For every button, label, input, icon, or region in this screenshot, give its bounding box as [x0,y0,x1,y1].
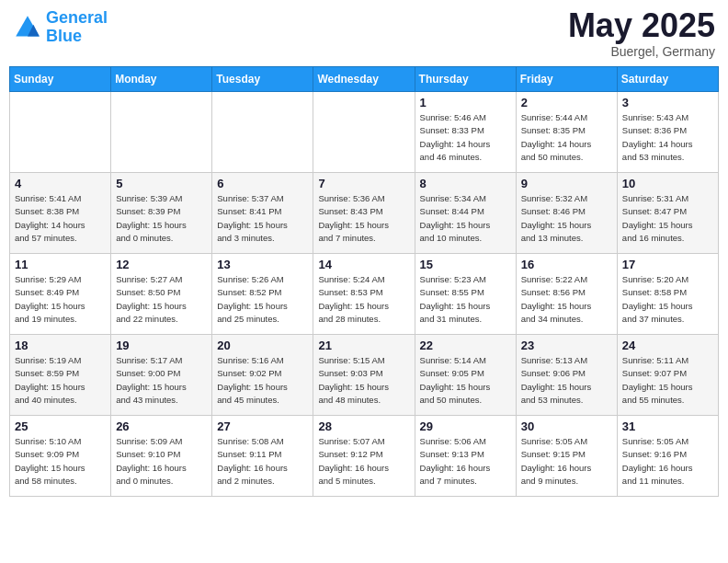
calendar-week-1: 1Sunrise: 5:46 AM Sunset: 8:33 PM Daylig… [10,92,719,173]
day-number: 25 [15,419,106,433]
day-number: 23 [521,339,612,352]
calendar-cell: 29Sunrise: 5:06 AM Sunset: 9:13 PM Dayli… [415,416,516,497]
day-number: 30 [521,419,612,433]
calendar-cell: 17Sunrise: 5:20 AM Sunset: 8:58 PM Dayli… [617,254,718,335]
day-number: 5 [116,177,207,190]
day-number: 15 [420,258,511,271]
day-number: 18 [15,339,106,352]
calendar-cell: 28Sunrise: 5:07 AM Sunset: 9:12 PM Dayli… [313,416,415,497]
day-number: 16 [521,258,612,271]
calendar-cell: 10Sunrise: 5:31 AM Sunset: 8:47 PM Dayli… [617,173,718,254]
day-number: 21 [318,339,409,352]
day-info: Sunrise: 5:16 AM Sunset: 9:02 PM Dayligh… [217,354,308,407]
day-info: Sunrise: 5:19 AM Sunset: 8:59 PM Dayligh… [15,354,106,407]
calendar-cell [313,92,415,173]
day-number: 26 [116,419,207,433]
day-number: 2 [521,96,612,109]
calendar-cell: 21Sunrise: 5:15 AM Sunset: 9:03 PM Dayli… [313,335,415,416]
calendar-cell: 16Sunrise: 5:22 AM Sunset: 8:56 PM Dayli… [516,254,617,335]
calendar-cell: 1Sunrise: 5:46 AM Sunset: 8:33 PM Daylig… [415,92,516,173]
day-info: Sunrise: 5:22 AM Sunset: 8:56 PM Dayligh… [521,273,612,326]
day-number: 28 [318,419,409,433]
day-info: Sunrise: 5:13 AM Sunset: 9:06 PM Dayligh… [521,354,612,407]
day-info: Sunrise: 5:10 AM Sunset: 9:09 PM Dayligh… [15,435,106,488]
calendar-cell: 13Sunrise: 5:26 AM Sunset: 8:52 PM Dayli… [212,254,313,335]
calendar-cell: 19Sunrise: 5:17 AM Sunset: 9:00 PM Dayli… [111,335,212,416]
day-info: Sunrise: 5:17 AM Sunset: 9:00 PM Dayligh… [116,354,207,407]
calendar-cell: 27Sunrise: 5:08 AM Sunset: 9:11 PM Dayli… [212,416,313,497]
calendar-cell: 4Sunrise: 5:41 AM Sunset: 8:38 PM Daylig… [10,173,111,254]
calendar-week-2: 4Sunrise: 5:41 AM Sunset: 8:38 PM Daylig… [10,173,719,254]
day-header-friday: Friday [516,67,617,92]
day-info: Sunrise: 5:24 AM Sunset: 8:53 PM Dayligh… [318,273,409,326]
calendar-week-4: 18Sunrise: 5:19 AM Sunset: 8:59 PM Dayli… [10,335,719,416]
day-number: 27 [217,419,308,433]
day-number: 31 [622,419,713,433]
page-header: General Blue May 2025 Buergel, Germany [9,9,719,59]
day-header-sunday: Sunday [10,67,111,92]
day-number: 17 [622,258,713,271]
day-header-thursday: Thursday [415,67,516,92]
calendar-cell: 22Sunrise: 5:14 AM Sunset: 9:05 PM Dayli… [415,335,516,416]
logo: General Blue [13,9,108,46]
location: Buergel, Germany [568,44,715,59]
day-info: Sunrise: 5:43 AM Sunset: 8:36 PM Dayligh… [622,111,713,164]
day-info: Sunrise: 5:36 AM Sunset: 8:43 PM Dayligh… [318,192,409,245]
day-number: 22 [420,339,511,352]
day-number: 10 [622,177,713,190]
day-info: Sunrise: 5:46 AM Sunset: 8:33 PM Dayligh… [420,111,511,164]
calendar-cell [212,92,313,173]
day-info: Sunrise: 5:44 AM Sunset: 8:35 PM Dayligh… [521,111,612,164]
day-number: 29 [420,419,511,433]
calendar-cell: 24Sunrise: 5:11 AM Sunset: 9:07 PM Dayli… [617,335,718,416]
day-number: 3 [622,96,713,109]
day-number: 4 [15,177,106,190]
day-number: 24 [622,339,713,352]
day-number: 9 [521,177,612,190]
day-number: 1 [420,96,511,109]
day-info: Sunrise: 5:06 AM Sunset: 9:13 PM Dayligh… [420,435,511,488]
day-info: Sunrise: 5:39 AM Sunset: 8:39 PM Dayligh… [116,192,207,245]
day-info: Sunrise: 5:37 AM Sunset: 8:41 PM Dayligh… [217,192,308,245]
day-info: Sunrise: 5:23 AM Sunset: 8:55 PM Dayligh… [420,273,511,326]
day-number: 12 [116,258,207,271]
day-info: Sunrise: 5:29 AM Sunset: 8:49 PM Dayligh… [15,273,106,326]
calendar-cell: 2Sunrise: 5:44 AM Sunset: 8:35 PM Daylig… [516,92,617,173]
calendar-cell: 5Sunrise: 5:39 AM Sunset: 8:39 PM Daylig… [111,173,212,254]
day-info: Sunrise: 5:14 AM Sunset: 9:05 PM Dayligh… [420,354,511,407]
day-info: Sunrise: 5:05 AM Sunset: 9:16 PM Dayligh… [622,435,713,488]
calendar-cell: 8Sunrise: 5:34 AM Sunset: 8:44 PM Daylig… [415,173,516,254]
calendar-cell: 6Sunrise: 5:37 AM Sunset: 8:41 PM Daylig… [212,173,313,254]
day-header-monday: Monday [111,67,212,92]
calendar-cell: 20Sunrise: 5:16 AM Sunset: 9:02 PM Dayli… [212,335,313,416]
day-info: Sunrise: 5:15 AM Sunset: 9:03 PM Dayligh… [318,354,409,407]
calendar-cell: 26Sunrise: 5:09 AM Sunset: 9:10 PM Dayli… [111,416,212,497]
day-header-wednesday: Wednesday [313,67,415,92]
calendar-cell: 3Sunrise: 5:43 AM Sunset: 8:36 PM Daylig… [617,92,718,173]
day-info: Sunrise: 5:11 AM Sunset: 9:07 PM Dayligh… [622,354,713,407]
day-number: 14 [318,258,409,271]
logo-text: General Blue [46,9,108,46]
day-number: 19 [116,339,207,352]
day-info: Sunrise: 5:41 AM Sunset: 8:38 PM Dayligh… [15,192,106,245]
calendar-cell: 25Sunrise: 5:10 AM Sunset: 9:09 PM Dayli… [10,416,111,497]
calendar-cell: 9Sunrise: 5:32 AM Sunset: 8:46 PM Daylig… [516,173,617,254]
day-info: Sunrise: 5:32 AM Sunset: 8:46 PM Dayligh… [521,192,612,245]
calendar-week-3: 11Sunrise: 5:29 AM Sunset: 8:49 PM Dayli… [10,254,719,335]
calendar-cell [111,92,212,173]
day-info: Sunrise: 5:34 AM Sunset: 8:44 PM Dayligh… [420,192,511,245]
day-number: 6 [217,177,308,190]
day-info: Sunrise: 5:26 AM Sunset: 8:52 PM Dayligh… [217,273,308,326]
day-number: 13 [217,258,308,271]
calendar-cell: 7Sunrise: 5:36 AM Sunset: 8:43 PM Daylig… [313,173,415,254]
day-header-tuesday: Tuesday [212,67,313,92]
month-title: May 2025 [568,9,715,42]
day-number: 11 [15,258,106,271]
day-info: Sunrise: 5:09 AM Sunset: 9:10 PM Dayligh… [116,435,207,488]
day-info: Sunrise: 5:07 AM Sunset: 9:12 PM Dayligh… [318,435,409,488]
day-header-saturday: Saturday [617,67,718,92]
calendar-cell [10,92,111,173]
logo-icon [13,13,42,42]
calendar-week-5: 25Sunrise: 5:10 AM Sunset: 9:09 PM Dayli… [10,416,719,497]
calendar-cell: 11Sunrise: 5:29 AM Sunset: 8:49 PM Dayli… [10,254,111,335]
